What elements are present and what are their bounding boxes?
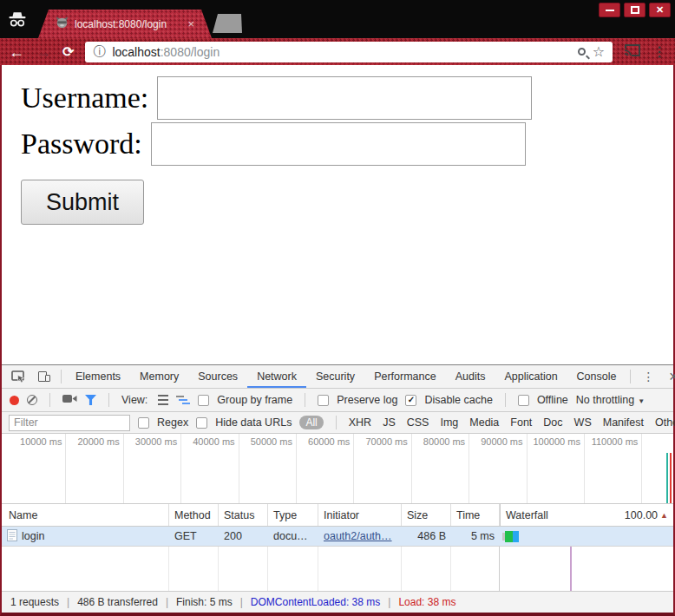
group-by-frame-checkbox[interactable] [198,395,209,406]
url-host: localhost [112,45,160,59]
username-label: Username: [21,82,148,115]
window-minimize-button[interactable] [599,3,620,17]
sort-ascending-icon: ▲ [660,511,668,520]
filter-type-all[interactable]: All [299,416,323,429]
column-header-type[interactable]: Type [268,504,318,526]
filter-type-css[interactable]: CSS [407,416,429,429]
window-maximize-button[interactable] [624,3,646,17]
browser-menu-icon[interactable]: ⋮ [652,45,666,59]
inspect-element-icon[interactable] [5,370,32,383]
timeline-tick: 70000 ms [354,434,411,503]
devtools-tab-security[interactable]: Security [306,365,364,388]
bookmark-star-icon[interactable]: ☆ [593,45,605,59]
offline-checkbox[interactable] [518,395,529,406]
username-input[interactable] [157,76,532,120]
filter-type-ws[interactable]: WS [574,416,592,429]
timeline-tick: 50000 ms [239,434,297,503]
devtools-tab-performance[interactable]: Performance [364,365,446,388]
status-separator: | [240,596,243,608]
forward-icon: → [36,44,51,60]
reload-icon[interactable]: ⟳ [62,45,74,59]
devtools-tab-console[interactable]: Console [567,365,626,388]
disable-cache-checkbox[interactable] [405,395,416,406]
column-header-name[interactable]: Name [2,504,169,526]
regex-checkbox[interactable] [138,417,149,429]
filter-type-manifest[interactable]: Manifest [603,416,644,429]
devtools-tab-elements[interactable]: Elements [66,365,130,388]
waterfall-sort[interactable]: 100.00 ▲ [625,509,668,521]
dcl-event-marker [666,453,668,503]
clear-icon[interactable] [27,395,37,405]
disable-cache-label[interactable]: Disable cache [424,394,493,406]
devtools-tab-audits[interactable]: Audits [446,365,495,388]
regex-label[interactable]: Regex [157,416,188,429]
divider [305,393,305,407]
preserve-log-label[interactable]: Preserve log [337,394,397,406]
waterfall-waiting-bar [505,531,513,542]
browser-window: localhost:8080/login × ✕ ← → ⟳ ⓘ localho… [0,0,675,616]
status-separator: | [67,596,69,608]
devtools-close-icon[interactable]: ✕ [661,370,675,383]
group-by-frame-label[interactable]: Group by frame [217,394,292,406]
filter-type-media[interactable]: Media [469,416,499,429]
view-list-icon[interactable] [155,395,168,405]
filter-type-other[interactable]: Other [655,416,675,429]
devtools-tab-application[interactable]: Application [495,365,567,388]
info-icon[interactable]: ⓘ [93,44,105,60]
column-header-initiator[interactable]: Initiator [318,504,402,526]
devtools-tab-network[interactable]: Network [247,365,306,388]
preserve-log-checkbox[interactable] [318,395,329,406]
status-separator: | [388,596,390,608]
address-bar[interactable]: ⓘ localhost:8080/login ☆ [85,42,613,62]
filter-input[interactable] [9,415,130,431]
dropdown-arrow-icon: ▼ [638,397,645,405]
divider [108,393,109,407]
filter-type-doc[interactable]: Doc [543,416,562,429]
username-row: Username: [21,76,673,120]
devtools-menu-icon[interactable]: ⋮ [635,370,661,383]
maximize-icon [631,6,639,14]
filter-funnel-icon[interactable] [85,395,96,405]
screenshot-camera-icon[interactable] [62,394,77,406]
divider [61,370,62,383]
divider [49,393,50,407]
filter-type-xhr[interactable]: XHR [349,416,371,429]
record-icon[interactable] [10,396,19,405]
status-separator: | [166,596,168,608]
column-header-time[interactable]: Time [451,504,500,526]
cast-icon[interactable] [624,43,641,61]
submit-button[interactable]: Submit [21,180,144,225]
password-input[interactable] [151,122,526,166]
browser-tab[interactable]: localhost:8080/login × [38,10,212,38]
timeline-overview[interactable]: 10000 ms 20000 ms 30000 ms 40000 ms 5000… [2,434,673,504]
document-icon [7,529,17,544]
column-header-method[interactable]: Method [169,504,219,526]
filter-type-js[interactable]: JS [383,416,396,429]
new-tab-button[interactable] [213,14,242,33]
offline-label[interactable]: Offline [537,394,568,406]
load-event-marker [670,453,672,503]
initiator-link[interactable]: oauth2/auth… [324,530,392,542]
hide-data-urls-label[interactable]: Hide data URLs [215,416,292,429]
timeline-tick: 40000 ms [181,434,239,503]
column-header-status[interactable]: Status [219,504,268,526]
throttling-select[interactable]: No throttling▼ [576,394,645,406]
password-label: Password: [21,128,142,161]
devtools-tab-memory[interactable]: Memory [130,365,188,388]
filter-type-img[interactable]: Img [440,416,458,429]
timeline-tick: 10000 ms [9,434,66,503]
tab-title: localhost:8080/login [75,18,181,30]
zoom-icon[interactable] [578,48,586,56]
window-close-button[interactable]: ✕ [649,3,671,17]
filter-type-font[interactable]: Font [510,416,532,429]
request-row-login[interactable]: login GET 200 docu… oauth2/auth… 486 B 5… [2,527,673,547]
hide-data-urls-checkbox[interactable] [196,417,207,429]
request-size-cell: 486 B [402,530,451,542]
devtools-tab-sources[interactable]: Sources [188,365,247,388]
back-icon[interactable]: ← [9,44,24,60]
device-toolbar-icon[interactable] [32,371,56,382]
column-header-waterfall[interactable]: Waterfall 100.00 ▲ [500,504,673,526]
column-header-size[interactable]: Size [402,504,451,526]
tab-close-icon[interactable]: × [187,18,194,29]
view-waterfall-icon[interactable] [176,395,190,405]
